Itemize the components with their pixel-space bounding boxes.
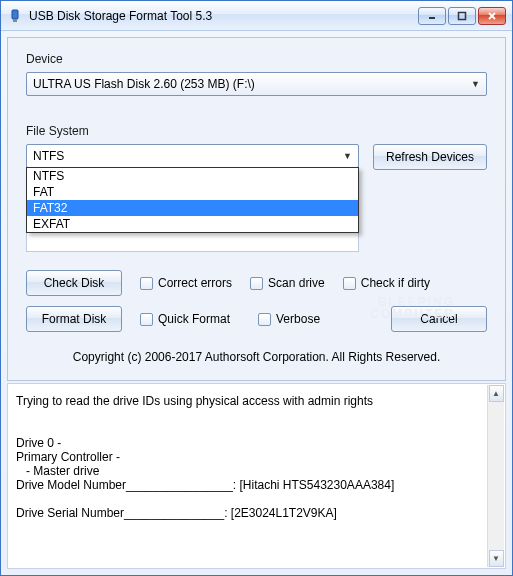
- maximize-button[interactable]: [448, 7, 476, 25]
- checkbox-icon: [258, 313, 271, 326]
- checkbox-icon: [250, 277, 263, 290]
- log-line: - Master drive: [16, 464, 497, 478]
- filesystem-combo-value: NTFS: [33, 149, 64, 163]
- log-line: Primary Controller -: [16, 450, 497, 464]
- quick-format-checkbox[interactable]: Quick Format: [140, 312, 230, 326]
- client-area: BLEEPING COMPUTER Device ULTRA US Flash …: [1, 31, 512, 575]
- scrollbar[interactable]: ▲ ▼: [487, 385, 504, 567]
- log-line: Drive 0 -: [16, 436, 497, 450]
- cancel-button[interactable]: Cancel: [391, 306, 487, 332]
- chevron-down-icon: ▼: [343, 151, 352, 161]
- log-line: Trying to read the drive IDs using physi…: [16, 394, 497, 408]
- scroll-up-icon[interactable]: ▲: [489, 385, 504, 402]
- log-line: Drive Model Number________________: [Hit…: [16, 478, 497, 492]
- checkbox-label: Quick Format: [158, 312, 230, 326]
- app-window: USB Disk Storage Format Tool 5.3 BLEEPIN…: [0, 0, 513, 576]
- app-icon: [7, 8, 23, 24]
- device-label: Device: [26, 52, 487, 66]
- svg-rect-3: [459, 12, 466, 19]
- scroll-down-icon[interactable]: ▼: [489, 550, 504, 567]
- window-controls: [418, 7, 506, 25]
- svg-rect-0: [12, 10, 18, 19]
- format-disk-button[interactable]: Format Disk: [26, 306, 122, 332]
- scan-drive-checkbox[interactable]: Scan drive: [250, 276, 325, 290]
- copyright-text: Copyright (c) 2006-2017 Authorsoft Corpo…: [26, 350, 487, 364]
- filesystem-option-ntfs[interactable]: NTFS: [27, 168, 358, 184]
- filesystem-dropdown[interactable]: NTFS FAT FAT32 EXFAT: [26, 167, 359, 233]
- filesystem-option-fat32[interactable]: FAT32: [27, 200, 358, 216]
- checkbox-icon: [140, 277, 153, 290]
- checkbox-label: Correct errors: [158, 276, 232, 290]
- check-disk-button[interactable]: Check Disk: [26, 270, 122, 296]
- form-panel: BLEEPING COMPUTER Device ULTRA US Flash …: [7, 37, 506, 381]
- verbose-checkbox[interactable]: Verbose: [258, 312, 320, 326]
- device-combo-value: ULTRA US Flash Disk 2.60 (253 MB) (F:\): [33, 77, 255, 91]
- titlebar[interactable]: USB Disk Storage Format Tool 5.3: [1, 1, 512, 31]
- checkbox-label: Scan drive: [268, 276, 325, 290]
- filesystem-option-exfat[interactable]: EXFAT: [27, 216, 358, 232]
- correct-errors-checkbox[interactable]: Correct errors: [140, 276, 232, 290]
- filesystem-label: File System: [26, 124, 487, 138]
- log-line: Drive Serial Number_______________: [2E3…: [16, 506, 497, 520]
- minimize-button[interactable]: [418, 7, 446, 25]
- checkbox-icon: [343, 277, 356, 290]
- chevron-down-icon: ▼: [471, 79, 480, 89]
- checkbox-label: Check if dirty: [361, 276, 430, 290]
- filesystem-option-fat[interactable]: FAT: [27, 184, 358, 200]
- checkbox-icon: [140, 313, 153, 326]
- filesystem-combo[interactable]: NTFS ▼: [26, 144, 359, 168]
- refresh-devices-button[interactable]: Refresh Devices: [373, 144, 487, 170]
- log-output[interactable]: Trying to read the drive IDs using physi…: [7, 383, 506, 569]
- svg-rect-1: [13, 19, 17, 22]
- device-combo[interactable]: ULTRA US Flash Disk 2.60 (253 MB) (F:\) …: [26, 72, 487, 96]
- window-title: USB Disk Storage Format Tool 5.3: [29, 9, 418, 23]
- checkbox-label: Verbose: [276, 312, 320, 326]
- check-if-dirty-checkbox[interactable]: Check if dirty: [343, 276, 430, 290]
- close-button[interactable]: [478, 7, 506, 25]
